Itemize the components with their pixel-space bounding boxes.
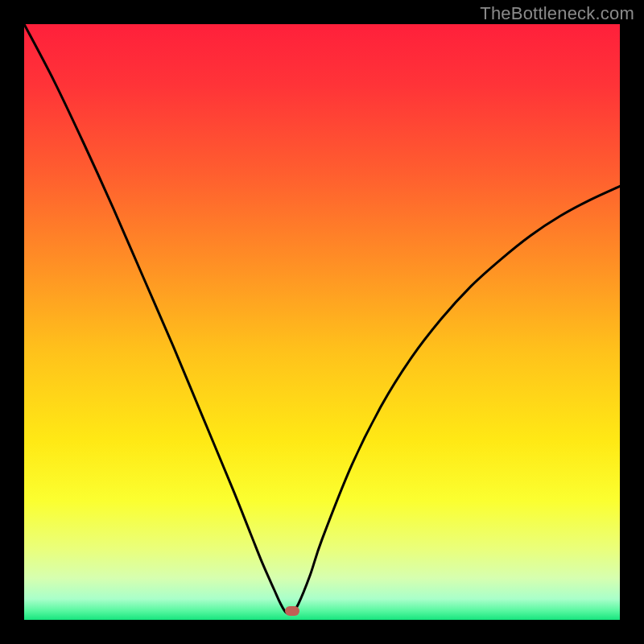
plot-area	[24, 24, 620, 620]
minimum-marker	[285, 606, 299, 616]
bottleneck-curve	[24, 24, 620, 613]
curve-layer	[24, 24, 620, 620]
watermark-text: TheBottleneck.com	[480, 3, 634, 24]
chart-frame: TheBottleneck.com	[0, 0, 644, 644]
